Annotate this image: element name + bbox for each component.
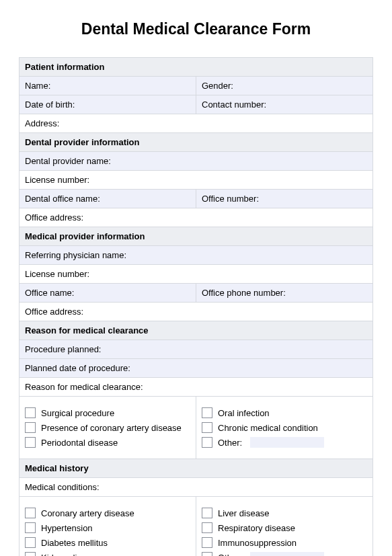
check-oral-infection[interactable]: Oral infection — [202, 407, 367, 418]
field-dental-office-number[interactable]: Office number: — [196, 190, 373, 208]
check-label: Other: — [218, 438, 242, 448]
reason-checks-right: Oral infection Chronic medical condition… — [196, 397, 373, 459]
checkbox-icon[interactable] — [25, 537, 36, 548]
checkbox-icon[interactable] — [25, 407, 36, 418]
field-dental-provider-name[interactable]: Dental provider name: — [19, 152, 373, 171]
check-kidney[interactable]: Kidney disease — [25, 552, 190, 556]
history-checks-left: Coronary artery disease Hypertension Dia… — [19, 497, 196, 557]
check-label: Oral infection — [218, 408, 270, 418]
checkbox-icon[interactable] — [202, 552, 212, 556]
check-other-reason[interactable]: Other: — [202, 437, 367, 448]
field-medical-license[interactable]: License number: — [19, 265, 373, 284]
checkbox-icon[interactable] — [25, 522, 36, 533]
check-label: Presence of coronary artery disease — [41, 423, 182, 433]
checkbox-icon[interactable] — [25, 508, 36, 518]
check-hypertension[interactable]: Hypertension — [25, 522, 190, 533]
check-label: Liver disease — [218, 508, 270, 518]
other-history-input[interactable] — [250, 552, 324, 556]
field-medical-office-phone[interactable]: Office phone number: — [196, 284, 373, 303]
check-surgical-procedure[interactable]: Surgical procedure — [25, 407, 190, 418]
field-dental-license[interactable]: License number: — [19, 171, 373, 190]
checkbox-icon[interactable] — [202, 537, 212, 548]
section-history-header: Medical history — [19, 459, 373, 478]
reason-checks-left: Surgical procedure Presence of coronary … — [19, 397, 196, 459]
section-dental-header: Dental provider information — [19, 133, 373, 152]
field-procedure-planned[interactable]: Procedure planned: — [19, 340, 373, 359]
check-chronic-condition[interactable]: Chronic medical condition — [202, 422, 367, 433]
check-label: Kidney disease — [41, 553, 100, 557]
check-label: Chronic medical condition — [218, 423, 318, 433]
page-title: Dental Medical Clearance Form — [19, 20, 373, 38]
checkbox-icon[interactable] — [25, 437, 36, 448]
check-label: Respiratory disease — [218, 523, 295, 533]
other-reason-input[interactable] — [250, 437, 324, 448]
check-cad[interactable]: Coronary artery disease — [25, 508, 190, 518]
checkbox-icon[interactable] — [202, 522, 212, 533]
field-gender[interactable]: Gender: — [196, 77, 373, 95]
checkbox-icon[interactable] — [202, 407, 212, 418]
check-respiratory[interactable]: Respiratory disease — [202, 522, 367, 533]
check-label: Other: — [218, 553, 242, 557]
field-name[interactable]: Name: — [19, 77, 196, 95]
check-other-history[interactable]: Other: — [202, 552, 367, 556]
check-coronary-disease[interactable]: Presence of coronary artery disease — [25, 422, 190, 433]
check-label: Diabetes mellitus — [41, 538, 108, 548]
field-conditions-label: Medical conditions: — [19, 478, 373, 497]
field-medical-office-name[interactable]: Office name: — [19, 284, 196, 303]
check-label: Periodontal disease — [41, 438, 118, 448]
section-reason-header: Reason for medical clearance — [19, 321, 373, 340]
clearance-form: Patient information Name: Gender: Date o… — [19, 57, 373, 556]
field-reason-label: Reason for medical clearance: — [19, 378, 373, 397]
check-liver[interactable]: Liver disease — [202, 508, 367, 518]
field-planned-date[interactable]: Planned date of procedure: — [19, 359, 373, 378]
check-diabetes[interactable]: Diabetes mellitus — [25, 537, 190, 548]
field-dental-office-name[interactable]: Dental office name: — [19, 190, 196, 208]
check-immunosuppression[interactable]: Immunosuppression — [202, 537, 367, 548]
field-dental-office-address[interactable]: Office address: — [19, 208, 373, 227]
history-checks-right: Liver disease Respiratory disease Immuno… — [196, 497, 373, 557]
field-dob[interactable]: Date of birth: — [19, 95, 196, 114]
field-contact[interactable]: Contact number: — [196, 95, 373, 114]
check-periodontal[interactable]: Periodontal disease — [25, 437, 190, 448]
checkbox-icon[interactable] — [202, 422, 212, 433]
section-medical-header: Medical provider information — [19, 227, 373, 246]
check-label: Coronary artery disease — [41, 508, 134, 518]
checkbox-icon[interactable] — [25, 422, 36, 433]
check-label: Immunosuppression — [218, 538, 297, 548]
section-patient-header: Patient information — [19, 58, 373, 77]
checkbox-icon[interactable] — [202, 508, 212, 518]
field-address[interactable]: Address: — [19, 114, 373, 133]
check-label: Surgical procedure — [41, 408, 114, 418]
checkbox-icon[interactable] — [25, 552, 36, 556]
check-label: Hypertension — [41, 523, 93, 533]
field-medical-office-address[interactable]: Office address: — [19, 303, 373, 321]
checkbox-icon[interactable] — [202, 437, 212, 448]
field-physician-name[interactable]: Referring physician name: — [19, 246, 373, 265]
